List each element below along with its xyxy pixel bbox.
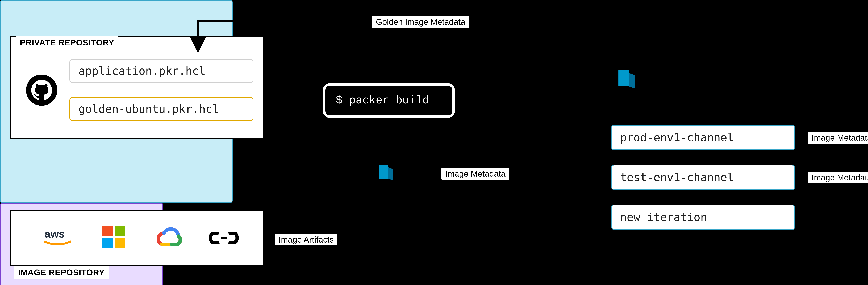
image-metadata-label-1: Image Metadata: [441, 168, 510, 180]
image-metadata-label-2: Image Metadata: [807, 132, 868, 144]
private-repository-title: PRIVATE REPOSITORY: [16, 36, 118, 49]
golden-metadata-label: Golden Image Metadata: [372, 15, 470, 28]
golden-metadata-arrow: [0, 0, 868, 285]
image-metadata-label-3: Image Metadata: [807, 171, 868, 184]
image-repository-title: IMAGE REPOSITORY: [14, 266, 109, 279]
image-artifacts-label: Image Artifacts: [274, 233, 338, 246]
